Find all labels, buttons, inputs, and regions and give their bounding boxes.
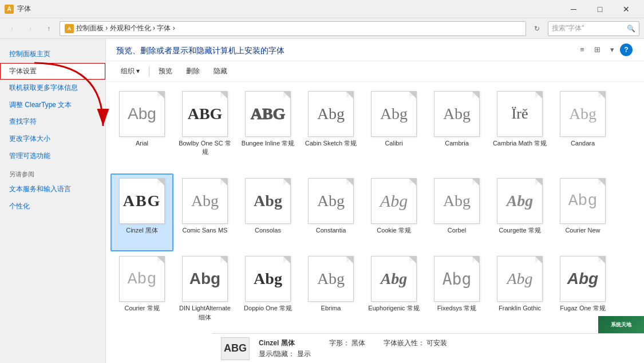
font-item[interactable]: AbgEuphorigenic 常规 bbox=[362, 251, 425, 338]
font-item[interactable]: ABGBowlby One SC 常规 bbox=[173, 86, 236, 173]
path-text: 控制面板 › 外观和个性化 › 字体 › bbox=[76, 23, 175, 33]
font-preview-text: Abg bbox=[567, 270, 598, 288]
title-bar-controls: ─ □ ✕ bbox=[560, 0, 639, 18]
sidebar-item-get-fonts[interactable]: 联机获取更多字体信息 bbox=[0, 80, 105, 97]
font-icon: Abg bbox=[245, 178, 291, 224]
status-embed-field: 字体嵌入性： 可安装 bbox=[384, 338, 447, 359]
delete-button[interactable]: 删除 bbox=[181, 65, 204, 78]
status-typeform: 字形： 黑体 bbox=[329, 338, 365, 348]
font-icon: ABG bbox=[245, 91, 291, 137]
font-name: Doppio One 常规 bbox=[244, 304, 292, 313]
font-name: Ebrima bbox=[321, 304, 341, 313]
organize-button[interactable]: 组织 ▾ bbox=[116, 65, 144, 78]
font-icon: Abg bbox=[560, 178, 606, 224]
main-layout: 控制面板主页 字体设置 联机获取更多字体信息 调整 ClearType 文本 查… bbox=[0, 39, 644, 363]
font-preview-text: Abg bbox=[380, 191, 408, 211]
font-icon: Abg bbox=[182, 178, 228, 224]
font-preview-text: Abg bbox=[442, 270, 472, 289]
sidebar-home[interactable]: 控制面板主页 bbox=[0, 46, 105, 63]
font-icon: Abg bbox=[119, 91, 165, 137]
preview-button[interactable]: 预览 bbox=[154, 65, 177, 78]
sidebar-item-personalize[interactable]: 个性化 bbox=[0, 198, 105, 215]
hide-button[interactable]: 隐藏 bbox=[209, 65, 232, 78]
font-item[interactable]: AbgFranklin Gothic bbox=[488, 251, 551, 338]
path-icon: A bbox=[65, 24, 74, 33]
search-placeholder: 搜索"字体" bbox=[552, 23, 584, 33]
list-view-button[interactable]: ≡ bbox=[575, 42, 589, 56]
font-icon: Abg bbox=[434, 91, 480, 137]
sidebar-item-font-settings[interactable]: 字体设置 bbox=[0, 63, 105, 80]
content-header: 预览、删除或者显示和隐藏计算机上安装的字体 bbox=[106, 39, 644, 61]
font-item[interactable]: AbgDIN LightAlternate 细体 bbox=[173, 251, 236, 338]
font-preview-text: Abg bbox=[317, 192, 345, 210]
font-name: Corbel bbox=[448, 226, 466, 235]
font-preview-text: Abg bbox=[254, 270, 282, 288]
maximize-button[interactable]: □ bbox=[587, 0, 613, 18]
font-item[interactable]: AbgArial bbox=[110, 86, 173, 173]
font-icon: ABG bbox=[182, 91, 228, 137]
status-typeform-label: 字形： bbox=[329, 339, 350, 347]
font-preview-text: Ïrě bbox=[512, 105, 528, 123]
watermark: 系统天地 bbox=[598, 316, 644, 333]
font-name: Fugaz One 常规 bbox=[560, 304, 605, 313]
font-item[interactable]: AbgCourier New bbox=[551, 173, 614, 251]
toolbar-separator bbox=[149, 66, 149, 77]
font-name: Courier 常规 bbox=[124, 304, 159, 313]
font-item[interactable]: ABGCinzel 黑体 bbox=[110, 173, 173, 251]
font-item[interactable]: AbgCorbel bbox=[425, 173, 488, 251]
font-icon: Abg bbox=[560, 91, 606, 137]
font-item[interactable]: AbgCambria bbox=[425, 86, 488, 173]
grid-view-button[interactable]: ⊞ bbox=[590, 42, 604, 56]
refresh-button[interactable]: ↻ bbox=[530, 21, 544, 36]
sidebar-item-cleartype[interactable]: 调整 ClearType 文本 bbox=[0, 97, 105, 114]
font-name: Courgette 常规 bbox=[499, 226, 540, 235]
font-preview-text: Abg bbox=[128, 105, 156, 123]
status-typeform-field: 字形： 黑体 bbox=[329, 338, 365, 359]
status-showHide-label: 显示/隐藏： bbox=[259, 350, 295, 358]
address-path[interactable]: A 控制面板 › 外观和个性化 › 字体 › bbox=[60, 21, 526, 36]
font-item[interactable]: ABGBungee Inline 常规 bbox=[236, 86, 299, 173]
font-name: Calibri bbox=[385, 139, 402, 148]
font-item[interactable]: AbgCourgette 常规 bbox=[488, 173, 551, 251]
minimize-button[interactable]: ─ bbox=[560, 0, 587, 18]
close-button[interactable]: ✕ bbox=[613, 0, 639, 18]
font-item[interactable]: AbgFixedsys 常规 bbox=[425, 251, 488, 338]
font-item[interactable]: AbgCookie 常规 bbox=[362, 173, 425, 251]
font-item[interactable]: AbgCabin Sketch 常规 bbox=[299, 86, 362, 173]
font-item[interactable]: AbgConsolas bbox=[236, 173, 299, 251]
font-item[interactable]: AbgEbrima bbox=[299, 251, 362, 338]
font-name: Arial bbox=[136, 139, 148, 148]
font-preview-text: Abg bbox=[189, 270, 220, 288]
font-preview-text: Abg bbox=[254, 192, 282, 210]
font-name: Cambria bbox=[445, 139, 469, 148]
font-item[interactable]: AbgCandara bbox=[551, 86, 614, 173]
status-typeform-value: 黑体 bbox=[351, 339, 365, 347]
font-item[interactable]: ÏrěCambria Math 常规 bbox=[488, 86, 551, 173]
help-button[interactable]: ? bbox=[620, 44, 633, 56]
sidebar-item-find-char[interactable]: 查找字符 bbox=[0, 113, 105, 131]
font-name: Bungee Inline 常规 bbox=[242, 139, 294, 148]
font-item[interactable]: AbgCourier 常规 bbox=[110, 251, 173, 338]
font-item[interactable]: AbgConstantia bbox=[299, 173, 362, 251]
font-name: Franklin Gothic bbox=[499, 304, 541, 313]
search-box[interactable]: 搜索"字体" 🔍 bbox=[548, 21, 639, 36]
sidebar-item-change-size[interactable]: 更改字体大小 bbox=[0, 131, 105, 148]
font-item[interactable]: AbgCalibri bbox=[362, 86, 425, 173]
font-name: Constantia bbox=[316, 226, 346, 235]
font-icon: Abg bbox=[245, 256, 291, 302]
view-dropdown-button[interactable]: ▾ bbox=[605, 42, 619, 56]
sidebar-item-text-services[interactable]: 文本服务和输入语言 bbox=[0, 181, 105, 198]
font-preview-text: ABG bbox=[188, 105, 223, 123]
back-button[interactable]: ‹ bbox=[5, 21, 19, 36]
font-item[interactable]: AbgComic Sans MS bbox=[173, 173, 236, 251]
sidebar-item-manage-features[interactable]: 管理可选功能 bbox=[0, 148, 105, 165]
font-preview-text: Abg bbox=[568, 192, 597, 210]
up-button[interactable]: ↑ bbox=[41, 21, 56, 36]
forward-button[interactable]: › bbox=[23, 21, 38, 36]
font-icon: Abg bbox=[371, 91, 417, 137]
font-name: Candara bbox=[571, 139, 595, 148]
font-icon: Abg bbox=[371, 256, 417, 302]
title-bar-left: A 字体 bbox=[5, 4, 31, 14]
font-item[interactable]: AbgDoppio One 常规 bbox=[236, 251, 299, 338]
font-name: Cabin Sketch 常规 bbox=[305, 139, 357, 148]
